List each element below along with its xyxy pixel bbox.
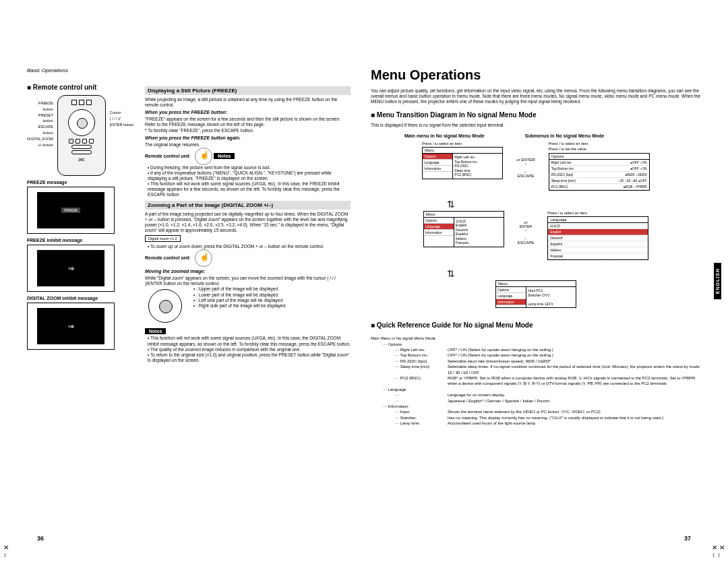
freeze-chip: FREEZE: [61, 208, 80, 213]
p-move-desc: While "Digital zoom" appears on the scre…: [145, 276, 351, 286]
p-sub: This is displayed if there is no signal …: [371, 123, 701, 128]
page-right: Menu Operations You can adjust picture q…: [371, 67, 701, 542]
main-menu-information: MenuOptionsLanguageInformationInput PC1 …: [495, 280, 576, 308]
remote-diagram: FREEZE button PRESET button ESCAPE butto…: [27, 95, 135, 176]
p-zoom-updown: To zoom up or zoom down, press the DIGIT…: [148, 244, 351, 249]
remote-labels-left: FREEZE button PRESET button ESCAPE butto…: [27, 95, 53, 176]
ital-press-freeze: When you press the FREEZE button:: [145, 110, 351, 115]
p-freeze-intro: While projecting an image, a still pictu…: [145, 97, 351, 108]
freeze-inhibit-box: ⊘▦: [27, 245, 115, 292]
dz-inhibit-box: ⊘▦: [27, 303, 115, 350]
press-select-3: Press / to select an item.: [547, 211, 588, 216]
h3-freeze: Displaying a Still Picture (FREEZE): [145, 86, 351, 95]
mainmenu-title: Main menu in No signal Menu Mode: [404, 133, 485, 138]
rcu-label-1: Remote control unit: [145, 154, 189, 158]
zoom-press-icon: [195, 249, 212, 267]
qr-root: Main Menu in No signal Menu Mode: [371, 336, 701, 341]
crop-mark-br: ✕ ✕↕ ↕: [712, 544, 725, 559]
notes-list-2: This function will not work with some si…: [145, 336, 351, 363]
p-resume: The original image resumes.: [145, 142, 351, 148]
prohibit-icon: ⊘▦: [68, 266, 74, 270]
header-basic-ops: Basic Operations: [27, 67, 351, 73]
main-menu-options: MenuOptionsLanguageInformationRight Left…: [422, 147, 503, 179]
english-tab: ENGLISH: [714, 263, 721, 299]
page-number-37: 37: [684, 535, 691, 542]
ital-move: Moving the zoomed image:: [145, 269, 351, 274]
dz-bar: Digital zoom ×1.2: [145, 235, 181, 242]
page-left: Basic Operations Remote control unit FRE…: [27, 67, 351, 542]
press-select-2: Press / to select an item.: [549, 142, 589, 146]
notes-chip-1: Notes: [214, 153, 235, 159]
escape-label-1: ESCAPE: [518, 174, 534, 178]
p-zoom-desc: A part of the image being projected can …: [145, 212, 351, 234]
h2-transition: Menu Transition Diagram in No signal Men…: [371, 111, 701, 119]
crop-mark-bl: ✕↕: [3, 544, 9, 559]
p-intro: You can adjust picture quality, set func…: [371, 88, 701, 104]
press-select-1: Press / to select an item.: [422, 142, 462, 146]
escape-label-2: ESCAPE: [518, 241, 534, 245]
freeze-press-icon: [195, 148, 212, 165]
enter-label: ENTER: [520, 224, 533, 228]
move-list: : Upper part of the image will be displa…: [191, 286, 351, 325]
main-menu-language: MenuOptionsLanguageInformation日本語 Englis…: [423, 211, 504, 247]
h2-remote: Remote control unit: [27, 84, 135, 91]
quickref-tree: Main Menu in No signal Menu Mode Options…: [371, 336, 701, 426]
freeze-message-label: FREEZE message: [27, 180, 135, 185]
p-freeze-behavior: "FREEZE" appears on the screen for a few…: [145, 117, 351, 133]
submenu-title: Submenus in No signal Menu Mode: [525, 133, 605, 138]
h2-quickref: Quick Reference Guide for No signal Menu…: [371, 321, 701, 329]
prohibit-icon-2: ⊘▦: [68, 324, 74, 328]
notes-chip-2: Notes: [145, 328, 166, 334]
page-number-36: 36: [37, 535, 44, 542]
ital-press-again: When you press the FREEZE button again.: [145, 135, 351, 140]
h1-menu-ops: Menu Operations: [371, 67, 701, 83]
submenu-language: Language日本語EnglishDeutschEspañolItaliano…: [547, 216, 648, 260]
cursor-pad-diagram: [148, 289, 182, 323]
rcu-label-2: Remote control unit: [145, 255, 189, 260]
brand-label: JVC: [61, 158, 102, 162]
dz-inhibit-label: DIGITAL ZOOM inhibit message: [27, 296, 135, 301]
or-enter-label: or ENTER: [516, 158, 535, 162]
h3-zoom: Zooming a Part of the Image (DIGITAL ZOO…: [145, 201, 351, 210]
notes-list-1: During freezing, the picture sent from t…: [145, 165, 351, 198]
press-set: Press / to set the value.: [549, 147, 587, 152]
submenu-options: OptionsRight Left rev.●OFF ○ONTop Bottom…: [549, 153, 650, 191]
freeze-message-box: FREEZE: [27, 187, 115, 234]
remote-labels-right: Cursor ( / / / )/ ENTER button: [110, 95, 133, 176]
remote-control-unit: JVC: [57, 95, 106, 176]
freeze-inhibit-label: FREEZE inhibit message: [27, 238, 135, 243]
